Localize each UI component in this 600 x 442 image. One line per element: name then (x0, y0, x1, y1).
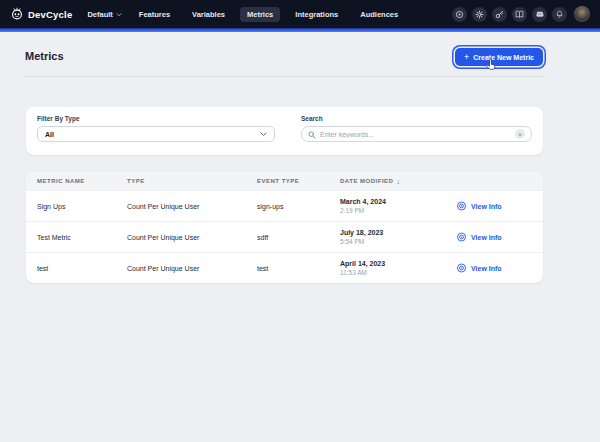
actions-cell: View Info (456, 232, 543, 243)
clear-search-button[interactable]: × (515, 129, 525, 139)
actions-cell: View Info (456, 201, 543, 212)
date-modified-cell: July 18, 2023 5:54 PM (340, 229, 456, 245)
eye-icon (456, 232, 467, 243)
filter-by-type-label: Filter By Type (37, 115, 275, 122)
event-type-cell: test (257, 265, 340, 272)
project-selector-label: Default (87, 10, 112, 19)
view-info-link[interactable]: View Info (456, 201, 543, 212)
metric-name-cell: test (37, 265, 127, 272)
book-icon (515, 7, 524, 22)
metric-name-cell: Sign Ups (37, 203, 127, 210)
eye-icon (456, 263, 467, 274)
book-icon-button[interactable] (512, 7, 527, 22)
bell-icon (555, 7, 564, 22)
togglebot-icon (10, 6, 24, 22)
user-avatar[interactable] (574, 6, 590, 22)
key-icon (495, 7, 504, 22)
close-icon: × (518, 131, 522, 138)
column-header-metric-name[interactable]: METRIC NAME (37, 178, 127, 184)
view-info-link[interactable]: View Info (456, 263, 543, 274)
metrics-table: METRIC NAME TYPE EVENT TYPE DATE MODIFIE… (26, 172, 543, 283)
nav-item-variables[interactable]: Variables (185, 7, 232, 22)
target-icon-button[interactable] (452, 7, 467, 22)
primary-nav: Features Variables Metrics Integrations … (132, 7, 405, 22)
date-modified-cell: March 4, 2024 2:19 PM (340, 198, 456, 214)
view-info-link[interactable]: View Info (456, 232, 543, 243)
type-filter-group: Filter By Type All (37, 115, 275, 147)
metric-type-cell: Count Per Unique User (127, 234, 257, 241)
search-icon (308, 125, 316, 143)
table-header-row: METRIC NAME TYPE EVENT TYPE DATE MODIFIE… (26, 172, 543, 190)
gear-icon (475, 7, 484, 22)
column-header-event-type[interactable]: EVENT TYPE (257, 178, 340, 184)
type-filter-value: All (45, 131, 54, 138)
nav-item-audiences[interactable]: Audiences (353, 7, 405, 22)
nav-item-metrics[interactable]: Metrics (240, 7, 280, 22)
brand-accent-bar (0, 28, 600, 32)
top-navbar: DevCycle Default Features Variables Metr… (0, 0, 600, 28)
chevron-down-icon (260, 131, 267, 138)
key-icon-button[interactable] (492, 7, 507, 22)
project-selector[interactable]: Default (87, 10, 121, 19)
plus-icon: + (464, 52, 470, 62)
brand-name: DevCycle (28, 9, 72, 20)
chevron-down-icon (116, 10, 122, 19)
event-type-cell: sdff (257, 234, 340, 241)
filter-card: Filter By Type All Search × (26, 107, 543, 155)
metric-type-cell: Count Per Unique User (127, 203, 257, 210)
actions-cell: View Info (456, 263, 543, 274)
nav-item-integrations[interactable]: Integrations (288, 7, 345, 22)
search-label: Search (301, 115, 532, 122)
create-new-metric-label: Create New Metric (473, 54, 534, 61)
page-title: Metrics (25, 50, 64, 62)
metric-name-cell: Test Metric (37, 234, 127, 241)
type-filter-select[interactable]: All (37, 126, 275, 142)
table-row: Test Metric Count Per Unique User sdff J… (26, 221, 543, 252)
date-modified-cell: April 14, 2023 11:53 AM (340, 260, 456, 276)
create-new-metric-button[interactable]: + Create New Metric (455, 48, 543, 66)
eye-icon (456, 201, 467, 212)
navbar-icon-group (452, 6, 590, 22)
header-divider (25, 76, 543, 77)
column-header-date-modified[interactable]: DATE MODIFIED ↓ (340, 178, 456, 185)
search-filter-group: Search × (301, 115, 532, 147)
sort-descending-icon: ↓ (396, 178, 400, 185)
column-header-type[interactable]: TYPE (127, 178, 257, 184)
table-row: test Count Per Unique User test April 14… (26, 252, 543, 283)
event-type-cell: sign-ups (257, 203, 340, 210)
bell-icon-button[interactable] (552, 7, 567, 22)
gear-icon-button[interactable] (472, 7, 487, 22)
table-row: Sign Ups Count Per Unique User sign-ups … (26, 190, 543, 221)
search-box: × (301, 126, 532, 142)
app-root: DevCycle Default Features Variables Metr… (0, 0, 600, 442)
discord-icon-button[interactable] (532, 7, 547, 22)
nav-item-features[interactable]: Features (132, 7, 177, 22)
search-input[interactable] (320, 131, 511, 138)
devcycle-logo[interactable]: DevCycle (10, 6, 72, 22)
metric-type-cell: Count Per Unique User (127, 265, 257, 272)
discord-icon (535, 7, 544, 22)
target-icon (455, 7, 464, 22)
